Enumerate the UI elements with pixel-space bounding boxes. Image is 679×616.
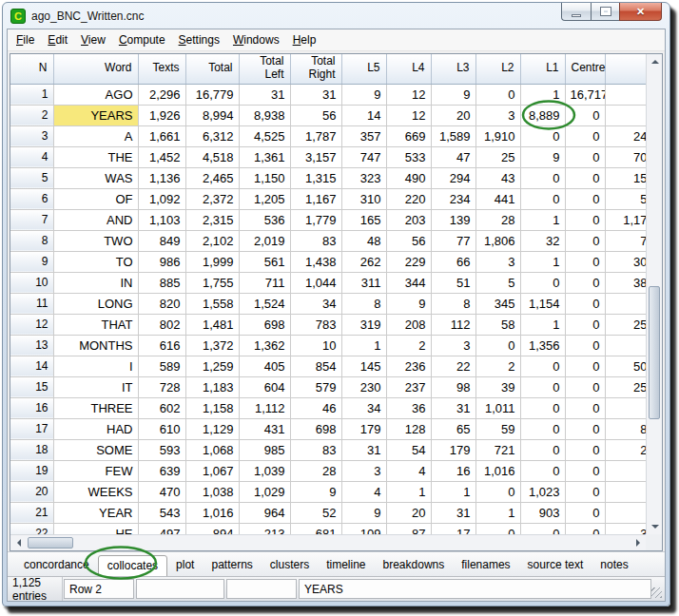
- value-cell[interactable]: 1: [520, 84, 565, 105]
- value-cell[interactable]: 12: [386, 105, 431, 125]
- value-cell[interactable]: 964: [239, 502, 290, 523]
- value-cell[interactable]: 9: [290, 481, 341, 502]
- value-cell[interactable]: 22: [431, 356, 475, 376]
- value-cell[interactable]: 9: [341, 502, 386, 523]
- value-cell[interactable]: 70: [605, 146, 646, 167]
- value-cell[interactable]: 1: [475, 502, 520, 523]
- row-number[interactable]: 13: [10, 335, 53, 356]
- row-number[interactable]: 5: [10, 167, 53, 188]
- tab-clusters[interactable]: clusters: [262, 554, 318, 575]
- value-cell[interactable]: 820: [138, 293, 185, 314]
- value-cell[interactable]: 36: [386, 397, 431, 418]
- word-cell[interactable]: THAT: [53, 314, 138, 335]
- value-cell[interactable]: 25: [605, 376, 646, 397]
- value-cell[interactable]: 894: [185, 523, 239, 534]
- value-cell[interactable]: 2,315: [185, 209, 239, 230]
- value-cell[interactable]: 1,999: [185, 251, 239, 272]
- value-cell[interactable]: 0: [520, 188, 565, 209]
- value-cell[interactable]: 83: [290, 439, 341, 460]
- value-cell[interactable]: 8,994: [185, 105, 239, 125]
- value-cell[interactable]: 48: [341, 230, 386, 251]
- vertical-scrollbar[interactable]: [646, 54, 662, 534]
- value-cell[interactable]: 985: [239, 439, 290, 460]
- value-cell[interactable]: 31: [431, 502, 475, 523]
- value-cell[interactable]: 0: [565, 146, 605, 167]
- column-header-l4[interactable]: L4: [386, 54, 431, 84]
- value-cell[interactable]: 497: [138, 523, 185, 534]
- value-cell[interactable]: 1,154: [520, 293, 565, 314]
- value-cell[interactable]: 0: [475, 523, 520, 534]
- value-cell[interactable]: [605, 293, 646, 314]
- value-cell[interactable]: 903: [520, 502, 565, 523]
- word-cell[interactable]: IT: [53, 376, 138, 397]
- value-cell[interactable]: 681: [290, 523, 341, 534]
- scroll-left-button[interactable]: [10, 535, 27, 550]
- value-cell[interactable]: 2,019: [239, 230, 290, 251]
- menu-help[interactable]: Help: [286, 30, 323, 49]
- value-cell[interactable]: 802: [138, 314, 185, 335]
- word-cell[interactable]: A: [53, 125, 138, 146]
- value-cell[interactable]: 12: [386, 84, 431, 105]
- value-cell[interactable]: 1,029: [239, 481, 290, 502]
- tab-notes[interactable]: notes: [592, 554, 636, 575]
- column-header-total-left[interactable]: Total Left: [239, 54, 290, 84]
- value-cell[interactable]: 319: [341, 314, 386, 335]
- value-cell[interactable]: [605, 335, 646, 356]
- value-cell[interactable]: 31: [239, 84, 290, 105]
- column-header-n[interactable]: N: [10, 54, 53, 84]
- value-cell[interactable]: 0: [565, 125, 605, 146]
- value-cell[interactable]: 7: [605, 230, 646, 251]
- value-cell[interactable]: 0: [475, 84, 520, 105]
- row-number[interactable]: 1: [10, 84, 53, 105]
- value-cell[interactable]: 83: [290, 230, 341, 251]
- value-cell[interactable]: 14: [341, 105, 386, 125]
- value-cell[interactable]: 1,910: [475, 125, 520, 146]
- value-cell[interactable]: 128: [386, 418, 431, 439]
- row-number[interactable]: 15: [10, 376, 53, 397]
- value-cell[interactable]: 698: [290, 418, 341, 439]
- value-cell[interactable]: 1,558: [185, 293, 239, 314]
- word-cell[interactable]: THE: [53, 146, 138, 167]
- value-cell[interactable]: 294: [431, 167, 475, 188]
- value-cell[interactable]: 0: [565, 293, 605, 314]
- value-cell[interactable]: 229: [386, 251, 431, 272]
- value-cell[interactable]: 0: [565, 523, 605, 534]
- value-cell[interactable]: 31: [290, 84, 341, 105]
- value-cell[interactable]: 1,023: [520, 481, 565, 502]
- value-cell[interactable]: 1,926: [138, 105, 185, 125]
- value-cell[interactable]: 16: [431, 460, 475, 481]
- value-cell[interactable]: 262: [341, 251, 386, 272]
- value-cell[interactable]: 0: [520, 439, 565, 460]
- value-cell[interactable]: 43: [475, 167, 520, 188]
- row-number[interactable]: 14: [10, 356, 53, 376]
- value-cell[interactable]: 2,372: [185, 188, 239, 209]
- value-cell[interactable]: 39: [475, 376, 520, 397]
- vertical-scrollbar-thumb[interactable]: [649, 286, 660, 419]
- value-cell[interactable]: 38: [605, 272, 646, 293]
- value-cell[interactable]: 30: [605, 251, 646, 272]
- row-number[interactable]: 20: [10, 481, 53, 502]
- word-cell[interactable]: WEEKS: [53, 481, 138, 502]
- word-cell[interactable]: THREE: [53, 397, 138, 418]
- menu-view[interactable]: View: [74, 30, 112, 49]
- value-cell[interactable]: 1,452: [138, 146, 185, 167]
- value-cell[interactable]: 0: [520, 397, 565, 418]
- value-cell[interactable]: 4: [341, 481, 386, 502]
- tab-source-text[interactable]: source text: [519, 554, 592, 575]
- value-cell[interactable]: 1,103: [138, 209, 185, 230]
- value-cell[interactable]: 66: [431, 251, 475, 272]
- value-cell[interactable]: 109: [341, 523, 386, 534]
- value-cell[interactable]: 179: [431, 439, 475, 460]
- word-cell[interactable]: WAS: [53, 167, 138, 188]
- row-number[interactable]: 16: [10, 397, 53, 418]
- value-cell[interactable]: 220: [386, 188, 431, 209]
- value-cell[interactable]: 1,438: [290, 251, 341, 272]
- value-cell[interactable]: 1,315: [290, 167, 341, 188]
- row-number[interactable]: 21: [10, 502, 53, 523]
- maximize-button[interactable]: [591, 3, 619, 21]
- row-number[interactable]: 12: [10, 314, 53, 335]
- row-number[interactable]: 18: [10, 439, 53, 460]
- value-cell[interactable]: 58: [475, 314, 520, 335]
- row-number[interactable]: 17: [10, 418, 53, 439]
- word-cell[interactable]: AND: [53, 209, 138, 230]
